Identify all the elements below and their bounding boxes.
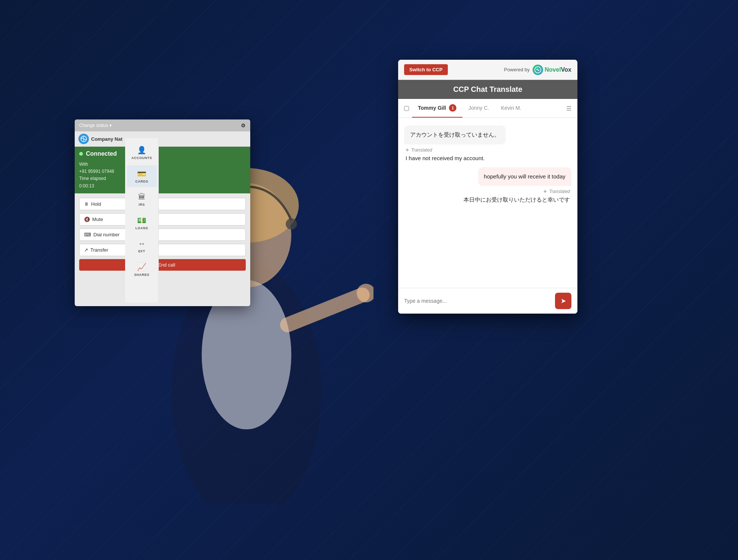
chevron-down-icon: ▾ — [109, 123, 112, 128]
switch-ccp-label: Switch to CCP — [409, 67, 443, 72]
hold-icon: ⏸ — [84, 201, 89, 207]
shares-label: SHARES — [134, 273, 149, 277]
translated-tag-2: Translated — [549, 189, 570, 194]
incoming-message-1: アカウントを受け取っていません。 ⌖ Translated I have not… — [404, 125, 538, 161]
dial-icon: ⌨ — [84, 232, 91, 237]
translated-text-1: I have not received my account. — [404, 155, 486, 161]
change-status-label: Change status — [79, 123, 108, 128]
side-nav: 👤 ACCOUNTS 💳 CARDS 🏛 IRS 💵 LOANS ↔ EFT 📈… — [125, 138, 159, 302]
cards-label: CARDS — [135, 180, 148, 183]
transfer-icon: ↗ — [84, 247, 88, 253]
message-input[interactable] — [404, 298, 551, 304]
tab-tommy-gill-label: Tommy Gill — [418, 105, 446, 111]
chat-tabs: Tommy Gill 1 Jonny C. Kevin M. ☰ — [398, 99, 577, 118]
accounts-label: ACCOUNTS — [131, 156, 152, 160]
chat-title-bar: CCP Chat Translate — [398, 80, 577, 99]
irs-label: IRS — [139, 203, 145, 206]
tab-kevin-m-label: Kevin M. — [501, 105, 521, 111]
dial-number-button[interactable]: ⌨ Dial number — [79, 228, 246, 241]
chat-input-area: ➤ — [398, 288, 577, 314]
change-status-dropdown[interactable]: Change status ▾ — [79, 123, 112, 128]
chat-messages: アカウントを受け取っていません。 ⌖ Translated I have not… — [398, 118, 577, 288]
eft-label: EFT — [138, 249, 145, 253]
chat-top-bar: Switch to CCP Powered by NovelNovelVoxVo… — [398, 60, 577, 80]
tab-more-icon[interactable]: ☰ — [566, 105, 571, 112]
send-button[interactable]: ➤ — [555, 293, 571, 309]
company-logo — [78, 134, 89, 144]
switch-to-ccp-button[interactable]: Switch to CCP — [404, 64, 448, 75]
call-info: With +91 95991 07948 Time elapsed 0:00:1… — [75, 161, 250, 193]
mute-label: Mute — [92, 217, 103, 222]
shares-icon: 📈 — [137, 262, 146, 271]
transfer-label: Transfer — [90, 247, 108, 253]
original-text-1: アカウントを受け取っていません。 — [410, 131, 500, 138]
loans-label: LOANS — [136, 226, 148, 230]
dial-number-label: Dial number — [93, 232, 120, 237]
irs-icon: 🏛 — [138, 193, 146, 201]
tab-checkbox[interactable] — [404, 106, 409, 111]
company-name-text: Company Nat — [91, 136, 123, 142]
powered-by: Powered by NovelNovelVoxVox — [504, 65, 571, 75]
translated-text-2: 本日中にお受け取りいただけると幸いです — [462, 196, 571, 203]
translated-content-1: I have not received my account. — [406, 155, 485, 161]
end-call-button[interactable]: 📞 End call — [79, 259, 246, 271]
settings-icon[interactable]: ⚙ — [241, 122, 246, 128]
ccp-panel: Change status ▾ ⚙ Company Nat Connected — [75, 119, 250, 306]
outgoing-message-1: hopefully you will receive it today ⌖ Tr… — [462, 167, 571, 204]
hold-button[interactable]: ⏸ Hold — [79, 198, 246, 210]
powered-by-label: Powered by — [504, 67, 530, 72]
translate-icon-2: ⌖ — [543, 188, 547, 195]
sidebar-item-shares[interactable]: 📈 SHARES — [127, 259, 157, 280]
badge-count: 1 — [452, 106, 454, 110]
end-call-label: End call — [158, 262, 175, 268]
mute-icon: 🔇 — [84, 217, 90, 222]
company-name-bar: Company Nat — [75, 131, 250, 147]
main-container: Change status ▾ ⚙ Company Nat Connected — [0, 0, 738, 560]
eft-icon: ↔ — [138, 239, 146, 248]
sidebar-item-accounts[interactable]: 👤 ACCOUNTS — [127, 142, 157, 164]
tab-kevin-m[interactable]: Kevin M. — [495, 100, 527, 117]
cards-icon: 💳 — [137, 169, 146, 178]
connected-label: Connected — [86, 150, 117, 157]
tommy-gill-badge: 1 — [449, 104, 456, 112]
novelvox-text: NovelNovelVoxVox — [545, 66, 571, 73]
translated-tag-1: Translated — [411, 147, 432, 153]
tab-jonny-c-label: Jonny C. — [468, 105, 489, 111]
sidebar-item-eft[interactable]: ↔ EFT — [127, 236, 157, 257]
send-icon: ➤ — [561, 297, 566, 305]
outgoing-bubble-1: hopefully you will receive it today — [478, 167, 571, 186]
sidebar-item-cards[interactable]: 💳 CARDS — [127, 165, 157, 187]
transfer-button[interactable]: ↗ Transfer — [79, 244, 246, 256]
ccp-controls: ⏸ Hold 🔇 Mute ⌨ Dial number ↗ Transfer 📞… — [75, 193, 250, 275]
translated-label-1: ⌖ Translated — [404, 147, 434, 153]
status-indicator — [79, 152, 83, 156]
with-label: With — [79, 162, 88, 167]
outgoing-text-1: hopefully you will receive it today — [484, 173, 565, 180]
sidebar-item-loans[interactable]: 💵 LOANS — [127, 212, 157, 234]
loans-icon: 💵 — [137, 216, 146, 225]
time-elapsed-label: Time elapsed — [79, 175, 246, 182]
svg-point-7 — [286, 218, 297, 230]
novelvox-logo: NovelNovelVoxVox — [533, 65, 571, 75]
novelvox-icon — [533, 65, 543, 75]
phone-number: +91 95991 07948 — [79, 168, 246, 175]
chat-title: CCP Chat Translate — [453, 85, 522, 93]
tab-tommy-gill[interactable]: Tommy Gill 1 — [412, 99, 462, 118]
mute-button[interactable]: 🔇 Mute — [79, 213, 246, 225]
chat-window: Switch to CCP Powered by NovelNovelVoxVo… — [398, 60, 577, 314]
translate-icon-1: ⌖ — [406, 147, 409, 153]
tab-jonny-c[interactable]: Jonny C. — [462, 100, 495, 117]
incoming-bubble-1: アカウントを受け取っていません。 — [404, 125, 506, 144]
accounts-icon: 👤 — [137, 146, 146, 155]
connected-status: Connected — [75, 147, 250, 161]
translated-label-2: ⌖ Translated — [542, 188, 571, 195]
sidebar-item-irs[interactable]: 🏛 IRS — [127, 189, 157, 210]
time-elapsed-value: 0:00:13 — [79, 183, 246, 190]
hold-label: Hold — [91, 201, 101, 207]
translated-content-2: 本日中にお受け取りいただけると幸いです — [463, 196, 570, 203]
ccp-header-bar: Change status ▾ ⚙ — [75, 119, 250, 131]
